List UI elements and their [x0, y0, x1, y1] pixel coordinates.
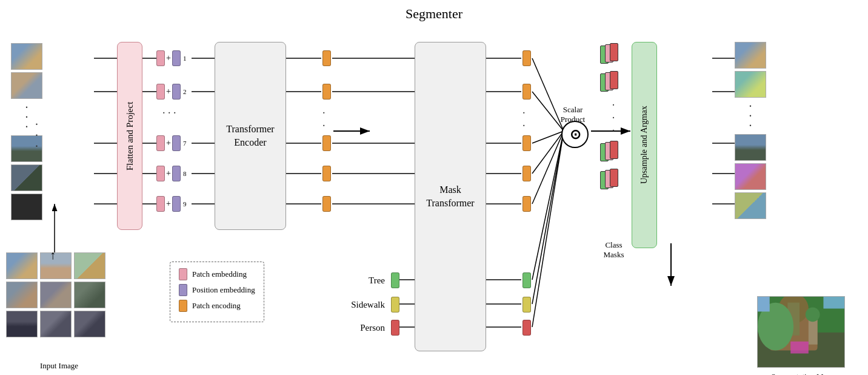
bottom-img-2 [40, 252, 72, 279]
bottom-row-1 [6, 252, 105, 279]
scalar-product-circle: ⊙ [561, 121, 589, 148]
input-image-label: Input Image [6, 361, 112, 371]
pos-embed-7 [172, 135, 181, 151]
svg-rect-65 [758, 297, 770, 312]
out-patch-2 [522, 84, 531, 100]
legend-box: Patch embedding Position embedding Patch… [170, 262, 264, 322]
patch-embed-2 [156, 84, 165, 100]
sidewalk-label: Sidewalk [346, 300, 385, 310]
bottom-row-3 [6, 311, 105, 337]
bottom-img-5 [40, 282, 72, 308]
embed-group-9: + 9 [156, 196, 186, 212]
bottom-input-images [6, 252, 105, 340]
class-mask-3 [600, 141, 627, 164]
tree-row: Tree [346, 272, 399, 288]
transformer-label: Transformer Encoder [226, 123, 274, 150]
svg-line-41 [532, 131, 564, 174]
svg-rect-66 [823, 297, 844, 309]
legend-pos-label: Position embedding [192, 285, 255, 295]
bottom-img-9 [74, 311, 105, 337]
class-mask-1 [600, 43, 627, 66]
patch-embed-7 [156, 135, 165, 151]
embed-group-8: + 8 [156, 166, 186, 181]
upsample-block: Upsample and Argmax [632, 42, 657, 248]
out-sidewalk [522, 297, 531, 312]
svg-line-40 [532, 131, 564, 143]
svg-line-43 [532, 131, 564, 280]
embed-group-2: + 2 [156, 84, 186, 100]
pos-num-1: 1 [183, 55, 187, 62]
upsample-label: Upsample and Argmax [639, 106, 649, 184]
tree-token [391, 272, 399, 288]
seg-map-svg [758, 296, 844, 368]
out-img-2 [735, 71, 766, 98]
out-img-3 [735, 134, 766, 161]
legend-pos-color [179, 284, 187, 296]
sidewalk-row: Sidewalk [346, 297, 399, 312]
patch-1 [11, 43, 42, 70]
patch-5 [11, 194, 42, 220]
pos-num-7: 7 [183, 140, 187, 147]
pos-embed-8 [172, 166, 181, 181]
out-person [522, 320, 531, 336]
out-img-5 [735, 192, 766, 219]
plus-8: + [166, 169, 171, 178]
pos-embed-2 [172, 84, 181, 100]
out-patch-7 [522, 135, 531, 151]
embed-dots: · · · [162, 107, 176, 120]
patch-enc-1 [322, 50, 331, 66]
svg-line-42 [532, 131, 564, 204]
class-masks-label: ClassMasks [597, 240, 630, 260]
pos-embed-9 [172, 196, 181, 212]
mask-transformer-block: Mask Transformer [415, 42, 486, 351]
out-dots: ··· [735, 101, 766, 130]
plus-9: + [166, 199, 171, 209]
legend-patch-enc: Patch encoding [179, 300, 255, 312]
patch-2 [11, 72, 42, 99]
embed-group-7: + 7 [156, 135, 186, 151]
patch-4 [11, 164, 42, 191]
bottom-img-4 [6, 282, 38, 308]
out-img-4 [735, 163, 766, 190]
input-stack-dots: ··· [35, 119, 38, 152]
segmentation-map-image [757, 296, 845, 368]
scalar-product-label: ScalarProduct [546, 105, 600, 124]
embed-group-1: + 1 [156, 50, 186, 66]
out-patch-9 [522, 196, 531, 212]
out-patch-8 [522, 166, 531, 181]
pos-num-8: 8 [183, 170, 187, 177]
diagram-container: Segmenter [0, 0, 868, 375]
patch-embed-1 [156, 50, 165, 66]
diagram-title: Segmenter [406, 6, 462, 22]
flatten-label: Flatten and Project [125, 101, 135, 170]
bottom-row-2 [6, 282, 105, 308]
legend-patch-label: Patch embedding [192, 269, 247, 279]
legend-enc-color [179, 300, 187, 312]
patch-enc-8 [322, 166, 331, 181]
bottom-img-7 [6, 311, 38, 337]
out-img-1 [735, 42, 766, 69]
patch-enc-7 [322, 135, 331, 151]
pos-embed-1 [172, 50, 181, 66]
svg-line-45 [532, 131, 564, 327]
up-arrow: ↑ [50, 248, 56, 262]
main-content: ··· Flatten and Project + 1 + 2 · [0, 25, 868, 371]
bottom-img-3 [74, 252, 105, 279]
class-mask-2 [600, 71, 627, 94]
plus-7: + [166, 138, 171, 148]
person-row: Person [346, 320, 399, 336]
pos-num-9: 9 [183, 200, 187, 208]
bottom-img-6 [74, 282, 105, 308]
svg-point-63 [806, 308, 820, 322]
patch-enc-2 [322, 84, 331, 100]
bottom-img-1 [6, 252, 38, 279]
person-token [391, 320, 399, 336]
bottom-img-8 [40, 311, 72, 337]
mask-transformer-label: Mask Transformer [426, 183, 474, 211]
class-mask-4 [600, 169, 627, 192]
tree-label: Tree [346, 275, 385, 286]
pos-num-2: 2 [183, 88, 187, 95]
segmentation-map-label: Segmentation Map [757, 372, 845, 375]
plus-2: + [166, 87, 171, 96]
patch-enc-9 [322, 196, 331, 212]
